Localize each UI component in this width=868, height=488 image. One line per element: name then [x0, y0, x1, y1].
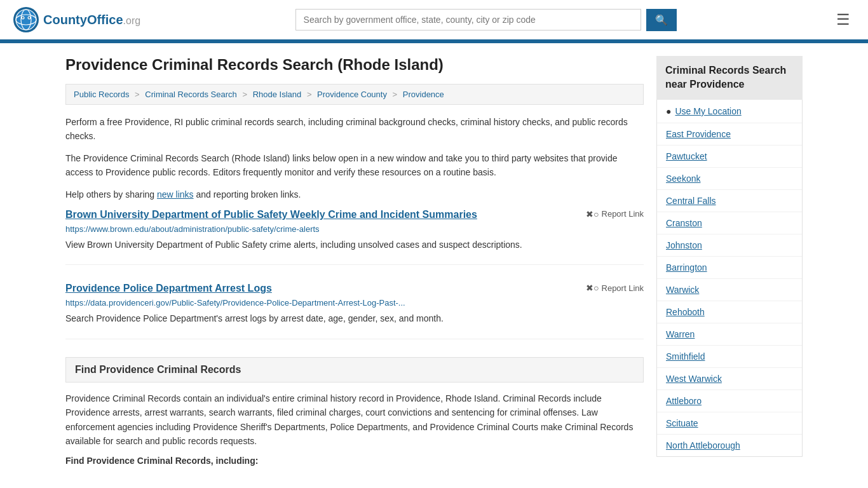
sidebar-item: Rehoboth	[657, 301, 802, 323]
record-title[interactable]: Brown University Department of Public Sa…	[65, 209, 477, 220]
report-icon: ✖○	[586, 209, 599, 219]
desc-3: Help others by sharing new links and rep…	[65, 187, 644, 201]
record-item: Brown University Department of Public Sa…	[65, 209, 644, 265]
search-area: 🔍	[295, 9, 677, 31]
location-pin-icon: ●	[666, 106, 671, 116]
sidebar-link[interactable]: Cranston	[666, 218, 702, 228]
logo-area: CountyOffice.org	[13, 6, 140, 33]
sidebar-title: Criminal Records Search near Providence	[656, 56, 803, 100]
record-url[interactable]: https://www.brown.edu/about/administrati…	[65, 224, 644, 234]
desc-2: The Providence Criminal Records Search (…	[65, 151, 644, 180]
sidebar-item: Warwick	[657, 279, 802, 301]
breadcrumb-rhode-island[interactable]: Rhode Island	[253, 90, 302, 99]
sidebar-use-location[interactable]: ● Use My Location	[657, 100, 802, 123]
breadcrumb-criminal-records-search[interactable]: Criminal Records Search	[145, 90, 237, 99]
breadcrumb-public-records[interactable]: Public Records	[74, 90, 129, 99]
record-header: Providence Police Department Arrest Logs…	[65, 283, 644, 298]
sidebar-item: Smithfield	[657, 346, 802, 368]
sidebar-link[interactable]: Johnston	[666, 240, 702, 250]
sidebar-link[interactable]: Attleboro	[666, 396, 702, 406]
main-layout: Providence Criminal Records Search (Rhod…	[53, 43, 815, 478]
sidebar-link[interactable]: West Warwick	[666, 374, 722, 384]
sidebar-item: Barrington	[657, 257, 802, 279]
sidebar-list: ● Use My Location East Providence Pawtuc…	[656, 100, 803, 457]
sidebar: Criminal Records Search near Providence …	[656, 56, 803, 466]
sidebar-item: North Attleborough	[657, 435, 802, 456]
record-item: Providence Police Department Arrest Logs…	[65, 283, 644, 339]
record-title[interactable]: Providence Police Department Arrest Logs	[65, 283, 272, 294]
desc-1: Perform a free Providence, RI public cri…	[65, 115, 644, 144]
breadcrumb: Public Records > Criminal Records Search…	[65, 84, 644, 105]
search-button[interactable]: 🔍	[646, 9, 677, 31]
search-input[interactable]	[295, 9, 641, 30]
sidebar-link[interactable]: Warwick	[666, 285, 699, 295]
record-desc: View Brown University Department of Publ…	[65, 238, 644, 252]
logo-text[interactable]: CountyOffice.org	[43, 13, 140, 27]
sidebar-link[interactable]: Smithfield	[666, 351, 705, 362]
header: CountyOffice.org 🔍 ☰	[0, 0, 868, 41]
sidebar-link[interactable]: Central Falls	[666, 196, 716, 206]
sidebar-link[interactable]: Pawtucket	[666, 151, 707, 161]
svg-point-8	[29, 17, 30, 18]
report-link-button[interactable]: ✖○ Report Link	[586, 209, 644, 219]
find-section: Find Providence Criminal Records	[65, 357, 644, 383]
report-icon: ✖○	[586, 283, 599, 293]
record-url[interactable]: https://data.providenceri.gov/Public-Saf…	[65, 298, 644, 308]
use-my-location-link[interactable]: Use My Location	[675, 106, 741, 116]
page-title: Providence Criminal Records Search (Rhod…	[65, 56, 644, 74]
content-area: Providence Criminal Records Search (Rhod…	[65, 56, 644, 466]
find-desc: Providence Criminal Records contain an i…	[65, 391, 644, 449]
sidebar-item: Cranston	[657, 212, 802, 234]
breadcrumb-providence-county[interactable]: Providence County	[317, 90, 387, 99]
records-list: Brown University Department of Public Sa…	[65, 209, 644, 339]
find-section-title: Find Providence Criminal Records	[75, 364, 634, 376]
sidebar-link[interactable]: North Attleborough	[666, 440, 740, 451]
sidebar-item: Warren	[657, 323, 802, 346]
record-desc: Search Providence Police Department's ar…	[65, 311, 644, 325]
sidebar-link[interactable]: Rehoboth	[666, 307, 705, 317]
sidebar-link[interactable]: East Providence	[666, 129, 731, 139]
sidebar-item: West Warwick	[657, 368, 802, 390]
sidebar-item: Attleboro	[657, 390, 802, 412]
report-link-button[interactable]: ✖○ Report Link	[586, 283, 644, 293]
sidebar-item: Seekonk	[657, 168, 802, 190]
find-including: Find Providence Criminal Records, includ…	[65, 456, 644, 466]
breadcrumb-providence[interactable]: Providence	[403, 90, 444, 99]
new-links-link[interactable]: new links	[157, 189, 194, 200]
sidebar-link[interactable]: Scituate	[666, 418, 698, 428]
sidebar-item: East Providence	[657, 123, 802, 146]
sidebar-item: Central Falls	[657, 190, 802, 212]
svg-point-7	[22, 17, 24, 18]
logo-icon	[13, 6, 39, 33]
sidebar-item: Pawtucket	[657, 146, 802, 168]
sidebar-link[interactable]: Warren	[666, 329, 695, 339]
sidebar-link[interactable]: Seekonk	[666, 173, 700, 184]
sidebar-item: Johnston	[657, 234, 802, 257]
sidebar-link[interactable]: Barrington	[666, 262, 707, 273]
record-header: Brown University Department of Public Sa…	[65, 209, 644, 224]
menu-button[interactable]: ☰	[831, 8, 855, 31]
sidebar-item: Scituate	[657, 412, 802, 435]
